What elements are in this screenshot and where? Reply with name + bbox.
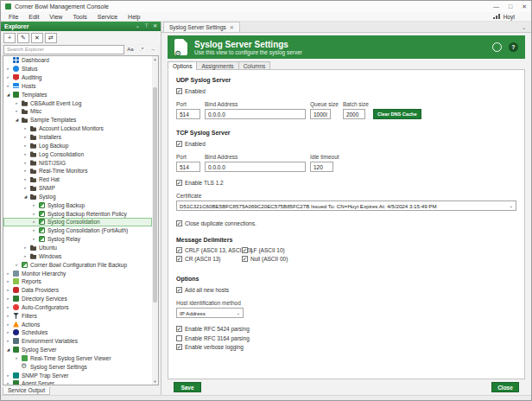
collapsed-arrow-icon[interactable]: ▸ [6, 279, 10, 283]
tab-columns[interactable]: Columns [238, 61, 271, 70]
collapsed-arrow-icon[interactable]: ▸ [32, 228, 36, 232]
collapsed-arrow-icon[interactable]: ▸ [23, 177, 28, 181]
tree-item[interactable]: ▸Syslog Relay [3, 235, 152, 244]
collapsed-arrow-icon[interactable]: ▸ [23, 161, 28, 165]
edit-icon[interactable]: ✎ [17, 33, 29, 43]
delimiter-checkbox-1[interactable]: LF (ASCII 10) [242, 247, 516, 253]
close-button[interactable]: Close [491, 382, 519, 392]
tree-item[interactable]: ◢Syslog [3, 193, 152, 201]
tree-item[interactable]: ▸Reports [3, 277, 152, 286]
collapsed-arrow-icon[interactable]: ▸ [32, 212, 36, 216]
expanded-arrow-icon[interactable]: ◢ [23, 194, 28, 199]
udp-batch-size-input[interactable] [343, 109, 365, 119]
tree-item[interactable]: ▸Installers [3, 133, 152, 142]
add-all-new-hosts-checkbox[interactable]: Add all new hosts [176, 287, 516, 293]
tree-item[interactable]: ▸CBSAudit Event Log [3, 99, 152, 107]
tree-item[interactable]: ▸Data Providers [3, 286, 152, 295]
certificate-select[interactable]: D51C321C60BE5BFC8575A069C20EC575B85FC27B… [176, 200, 516, 211]
udp-port-input[interactable] [176, 109, 200, 119]
collapsed-arrow-icon[interactable]: ▸ [23, 254, 28, 258]
tree-scrollbar[interactable]: ▲ ▼ [152, 56, 158, 385]
regex-icon[interactable]: .* [136, 45, 147, 54]
host-identification-select[interactable]: IP Address ⌄ [176, 308, 244, 318]
scroll-down-icon[interactable]: ▼ [152, 379, 158, 385]
search-input[interactable] [3, 45, 124, 54]
scroll-track[interactable] [152, 62, 158, 379]
tree-item[interactable]: ▸Filters [3, 311, 152, 320]
minimize-icon[interactable]: — [493, 1, 499, 12]
delete-icon[interactable]: ✕ [31, 33, 43, 43]
tree-item[interactable]: ▸Schedules [3, 328, 152, 337]
collapsed-arrow-icon[interactable]: ▸ [6, 322, 10, 327]
scroll-thumb[interactable] [153, 87, 157, 302]
tree-item[interactable]: ▸Agent Server [3, 379, 152, 385]
collapsed-arrow-icon[interactable]: ▸ [6, 84, 10, 88]
tree-item[interactable]: ▸Corner Bowl Configuration File Backup [3, 260, 152, 269]
tree-item[interactable]: ▸Status [3, 65, 152, 73]
menu-item-service[interactable]: Service [92, 12, 123, 22]
tcp-enabled-checkbox[interactable]: Enabled [176, 141, 516, 147]
reassign-icon[interactable]: ⇄ [45, 33, 57, 43]
tab-close-icon[interactable]: ✕ [230, 24, 234, 30]
collapsed-arrow-icon[interactable]: ▸ [32, 203, 36, 207]
collapsed-arrow-icon[interactable]: ▸ [32, 237, 36, 241]
expanded-arrow-icon[interactable]: ◢ [15, 118, 19, 122]
collapsed-arrow-icon[interactable]: ▸ [15, 101, 19, 105]
chevron-down-icon[interactable]: ⌄ [136, 22, 140, 31]
collapsed-arrow-icon[interactable]: ▸ [23, 169, 28, 173]
tree-item[interactable]: ◢Syslog Server [3, 346, 152, 354]
delimiter-checkbox-0[interactable]: CRLF (ASCII 13, ASCII 10) [176, 247, 242, 253]
option-checkbox-1[interactable]: Enable RFC 3164 parsing [176, 335, 516, 341]
menu-item-file[interactable]: File [3, 12, 23, 22]
save-button[interactable]: Save [174, 382, 201, 392]
collapsed-arrow-icon[interactable]: ▸ [6, 381, 10, 385]
tree-item[interactable]: ▸Environment Variables [3, 337, 152, 346]
collapsed-arrow-icon[interactable]: ▸ [6, 314, 10, 318]
collapsed-arrow-icon[interactable]: ▸ [15, 263, 19, 267]
udp-enabled-checkbox[interactable]: Enabled [176, 88, 516, 94]
option-checkbox-0[interactable]: Enable RFC 5424 parsing [176, 326, 516, 332]
tcp-idle-timeout-input[interactable] [310, 162, 333, 172]
tab-syslog-server-settings[interactable]: Syslog Server Settings ✕ [163, 22, 240, 32]
tree-item[interactable]: ▸Hosts [3, 82, 152, 91]
tree-item[interactable]: ▸Syslog Consolidation [3, 218, 152, 226]
udp-queue-size-input[interactable] [310, 109, 331, 119]
tree-item[interactable]: ▸Syslog Backup [3, 200, 152, 209]
collapsed-arrow-icon[interactable]: ▸ [6, 67, 10, 71]
tree-item[interactable]: ▸Auditing [3, 73, 152, 82]
tcp-port-input[interactable] [176, 162, 200, 172]
match-case-icon[interactable]: Aa [125, 45, 136, 54]
enable-tls-checkbox[interactable]: Enable TLS 1.2 [176, 180, 516, 186]
collapsed-arrow-icon[interactable]: ▸ [6, 75, 10, 80]
tree-item[interactable]: ▸Syslog Consolidation (FortiAuth) [3, 226, 152, 235]
menu-item-edit[interactable]: Edit [23, 12, 44, 22]
tab-options[interactable]: Options [168, 61, 197, 70]
tree-item[interactable]: ▸SNMP [3, 184, 152, 193]
help-button[interactable]: ? [509, 42, 518, 52]
add-icon[interactable]: + [3, 33, 16, 43]
tab-assignments[interactable]: Assignments [196, 61, 238, 70]
collapsed-arrow-icon[interactable]: ▸ [6, 339, 10, 343]
option-checkbox-2[interactable]: Enable verbose logging [176, 344, 516, 350]
tree-item[interactable]: ▸Log Backup [3, 141, 152, 150]
collapsed-arrow-icon[interactable]: ▸ [6, 288, 10, 292]
tree-item[interactable]: ▸Real-Time Monitors [3, 167, 152, 175]
tabstrip-chevron-icon[interactable]: ⌄ [522, 24, 529, 32]
clear-dns-cache-button[interactable]: Clear DNS Cache [373, 109, 421, 119]
search-go-icon[interactable]: → [148, 45, 158, 54]
service-output-tab[interactable]: Service Output [3, 387, 50, 395]
tree-item[interactable]: ▸Monitor Hierarchy [3, 269, 152, 277]
collapsed-arrow-icon[interactable]: ▸ [6, 296, 10, 301]
tree-item[interactable]: ▸Red Hat [3, 175, 152, 184]
close-icon[interactable]: ✕ [522, 1, 527, 12]
scroll-up-icon[interactable]: ▲ [152, 56, 158, 62]
collapsed-arrow-icon[interactable]: ▸ [6, 330, 10, 334]
menu-item-view[interactable]: View [44, 12, 67, 22]
tree-item[interactable]: ▸Actions [3, 320, 152, 328]
expanded-arrow-icon[interactable]: ◢ [6, 347, 10, 352]
tree-item[interactable]: ▸Account Lockout Monitors [3, 124, 152, 133]
tree-item[interactable]: ▸SNMP Trap Server [3, 371, 152, 379]
close-icon[interactable]: ✕ [153, 22, 157, 31]
tree-item[interactable]: ◢Sample Templates [3, 116, 152, 124]
collapsed-arrow-icon[interactable]: ▸ [6, 305, 10, 309]
